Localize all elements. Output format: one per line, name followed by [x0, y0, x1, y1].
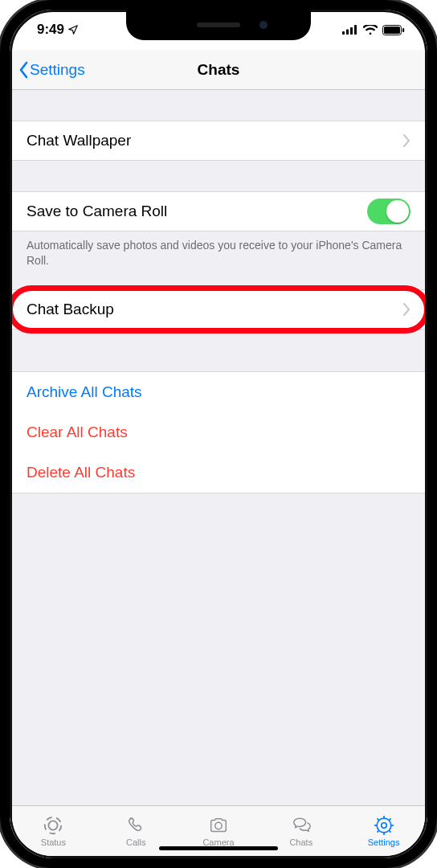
svg-rect-5: [384, 27, 400, 34]
svg-line-18: [377, 830, 378, 832]
clear-all-chats-label: Clear All Chats: [27, 424, 128, 441]
save-camera-roll-label: Save to Camera Roll: [27, 203, 167, 220]
status-icon: [42, 815, 64, 836]
location-icon: [67, 24, 79, 35]
archive-all-chats-row[interactable]: Archive All Chats: [12, 372, 425, 412]
tab-settings-label: Settings: [368, 837, 400, 847]
phone-frame: 9:49 Settings Chats Chat Wallpaper: [0, 0, 437, 868]
svg-point-7: [49, 821, 58, 829]
notch: [126, 10, 311, 40]
svg-point-10: [377, 818, 391, 833]
chat-backup-label: Chat Backup: [27, 301, 114, 318]
gear-icon: [373, 815, 395, 836]
camera-icon: [207, 815, 230, 836]
chat-wallpaper-row[interactable]: Chat Wallpaper: [12, 121, 425, 161]
delete-all-chats-row[interactable]: Delete All Chats: [12, 452, 425, 493]
delete-all-chats-label: Delete All Chats: [27, 464, 135, 481]
svg-rect-3: [354, 25, 357, 35]
chevron-right-icon: [402, 303, 410, 316]
home-indicator[interactable]: [159, 846, 278, 850]
speaker-slot: [197, 23, 240, 27]
svg-point-8: [45, 817, 61, 833]
save-camera-roll-note: Automatically save photos and videos you…: [12, 231, 425, 268]
navigation-bar: Settings Chats: [12, 50, 425, 90]
back-button[interactable]: Settings: [17, 61, 85, 79]
chat-actions-group: Archive All Chats Clear All Chats Delete…: [12, 371, 425, 493]
svg-point-11: [381, 823, 386, 829]
phone-icon: [125, 815, 147, 836]
cellular-icon: [342, 25, 358, 35]
save-camera-roll-row[interactable]: Save to Camera Roll: [12, 191, 425, 231]
tab-status[interactable]: Status: [12, 806, 95, 856]
screen: Settings Chats Chat Wallpaper Save to Ca…: [12, 50, 425, 856]
svg-line-19: [389, 818, 390, 820]
svg-rect-2: [350, 27, 353, 35]
chevron-left-icon: [17, 61, 30, 79]
svg-rect-6: [402, 28, 404, 32]
chats-icon: [290, 815, 312, 836]
chat-backup-row[interactable]: Chat Backup: [12, 289, 425, 330]
status-time: 9:49: [37, 22, 64, 38]
svg-point-9: [215, 822, 222, 829]
content-area: Chat Wallpaper Save to Camera Roll Autom…: [12, 90, 425, 805]
tab-settings[interactable]: Settings: [342, 806, 425, 856]
svg-rect-0: [342, 31, 345, 35]
save-camera-roll-toggle[interactable]: [367, 199, 410, 224]
tab-chats-label: Chats: [289, 837, 312, 847]
svg-line-17: [389, 830, 390, 832]
chevron-right-icon: [402, 134, 410, 147]
tab-calls-label: Calls: [126, 837, 145, 847]
svg-line-16: [377, 818, 378, 820]
tab-status-label: Status: [41, 837, 66, 847]
chat-wallpaper-label: Chat Wallpaper: [27, 132, 131, 149]
front-camera: [259, 21, 268, 29]
clear-all-chats-row[interactable]: Clear All Chats: [12, 412, 425, 452]
wifi-icon: [363, 25, 378, 35]
battery-icon: [382, 25, 405, 35]
archive-all-chats-label: Archive All Chats: [27, 383, 142, 401]
page-title: Chats: [198, 61, 240, 79]
back-label: Settings: [30, 61, 85, 79]
svg-rect-1: [346, 30, 349, 35]
